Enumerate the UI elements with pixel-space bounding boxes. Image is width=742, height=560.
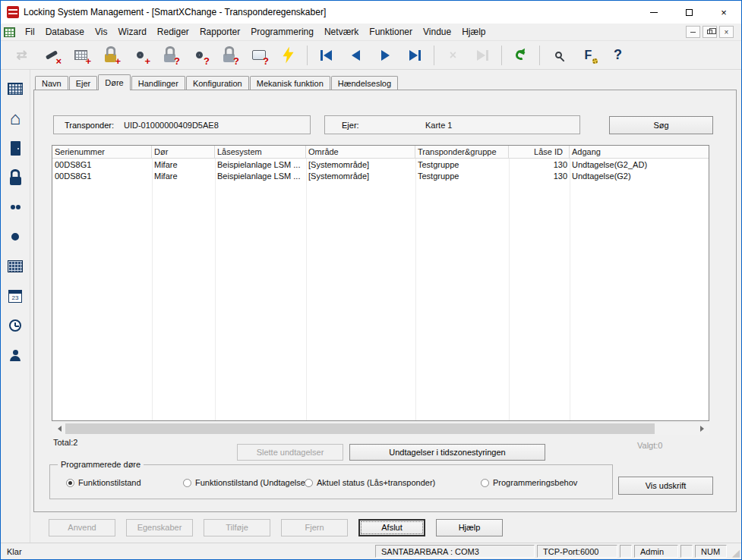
- nav-next-button[interactable]: [372, 44, 399, 67]
- cell-serienummer: 00DS8G1: [52, 171, 152, 181]
- delete-exceptions-button[interactable]: Slette undtagelser: [237, 444, 343, 461]
- radio-aktuel-status[interactable]: Aktuel status (Lås+transponder): [305, 478, 435, 487]
- tab-konfiguration[interactable]: Konfiguration: [186, 76, 249, 90]
- plus-badge-icon: +: [85, 56, 91, 66]
- home-icon: ⌂: [10, 110, 21, 127]
- app-icon[interactable]: [7, 6, 19, 18]
- horizontal-scrollbar[interactable]: [52, 423, 709, 435]
- menu-hjaelp[interactable]: Hjælp: [456, 24, 491, 39]
- menu-wizard[interactable]: Wizard: [113, 24, 152, 39]
- mdi-restore-button[interactable]: [703, 26, 717, 38]
- menu-funktioner[interactable]: Funktioner: [364, 24, 418, 39]
- search-button[interactable]: Søg: [609, 116, 713, 134]
- new-locking-system-button[interactable]: +: [68, 44, 94, 67]
- column-header-laseid[interactable]: Låse ID: [509, 146, 570, 158]
- sidebar-item-transponder-group[interactable]: [5, 197, 25, 217]
- new-lock-button[interactable]: +: [97, 44, 124, 67]
- mdi-close-button[interactable]: ×: [719, 26, 734, 38]
- column-header-lasesystem[interactable]: Låsesystem: [215, 146, 306, 158]
- column-header-transpondergruppe[interactable]: Transponder&gruppe: [415, 146, 509, 158]
- refresh-button[interactable]: [507, 44, 534, 67]
- help-button[interactable]: ?: [605, 44, 631, 67]
- scrollbar-thumb[interactable]: [65, 423, 655, 434]
- matrix-icon: [8, 83, 23, 95]
- nav-cancel-button[interactable]: ×: [440, 44, 466, 67]
- add-button[interactable]: Tilføje: [204, 519, 270, 536]
- document-system-menu-icon[interactable]: [4, 27, 15, 37]
- close-button[interactable]: ×: [706, 1, 741, 24]
- menu-rapporter[interactable]: Rapporter: [194, 24, 245, 39]
- column-header-dor[interactable]: Dør: [152, 146, 215, 158]
- read-card-button[interactable]: ?: [245, 44, 272, 67]
- exit-button[interactable]: Afslut: [358, 519, 425, 536]
- doors-table: Serienummer Dør Låsesystem Område Transp…: [52, 145, 709, 421]
- remove-button[interactable]: Fjern: [281, 519, 348, 536]
- help-footer-button[interactable]: Hjælp: [436, 519, 503, 536]
- tab-handlinger[interactable]: Handlinger: [131, 76, 185, 90]
- tab-navn[interactable]: Navn: [35, 76, 68, 90]
- search-button-toolbar[interactable]: [545, 44, 572, 67]
- tab-dore[interactable]: Døre: [98, 74, 130, 90]
- data-transfer-button[interactable]: ⇄: [8, 44, 35, 67]
- nav-end-button[interactable]: [469, 44, 496, 67]
- sidebar-item-calendar[interactable]: 23: [5, 286, 25, 306]
- program-button[interactable]: [275, 44, 302, 67]
- properties-button[interactable]: Egenskaber: [126, 519, 193, 536]
- sidebar-item-matrix[interactable]: [5, 79, 25, 99]
- menu-netvaerk[interactable]: Netværk: [319, 24, 364, 39]
- column-header-serienummer[interactable]: Serienummer: [52, 146, 152, 158]
- disconnect-reader-button[interactable]: ×: [38, 44, 65, 67]
- sidebar-item-lock[interactable]: [5, 168, 25, 187]
- menu-database[interactable]: Database: [40, 24, 90, 39]
- minimize-button[interactable]: [636, 1, 671, 24]
- radio-label: Aktuel status (Lås+transponder): [317, 478, 435, 487]
- transponder-group-icon: [11, 205, 21, 209]
- table-row[interactable]: 00DS8G1 Mifare Beispielanlage LSM ... [S…: [52, 170, 709, 181]
- scroll-left-button[interactable]: [52, 423, 64, 435]
- column-header-omrade[interactable]: Område: [306, 146, 415, 158]
- show-print-button[interactable]: Vis udskrift: [618, 477, 713, 495]
- menu-fil[interactable]: Fil: [20, 24, 40, 39]
- sidebar-item-clock[interactable]: [5, 316, 25, 335]
- mdi-restore-icon: [707, 30, 712, 34]
- scroll-right-button[interactable]: [697, 423, 709, 435]
- column-header-adgang[interactable]: Adgang: [570, 146, 709, 158]
- exceptions-timezone-button[interactable]: Undtagelser i tidszonestyringen: [349, 444, 545, 461]
- read-transponder-button[interactable]: ?: [186, 44, 213, 67]
- tab-ejer[interactable]: Ejer: [69, 76, 98, 90]
- sidebar-item-door[interactable]: [5, 138, 25, 158]
- cell-laseid: 130: [509, 171, 570, 181]
- read-lock-button[interactable]: ?: [156, 44, 183, 67]
- tab-haendelseslog[interactable]: Hændelseslog: [331, 76, 398, 90]
- menu-vindue[interactable]: Vindue: [418, 24, 456, 39]
- mdi-minimize-button[interactable]: [686, 26, 700, 38]
- radio-funktionstilstand[interactable]: Funktionstilstand: [66, 478, 141, 487]
- status-ready: Klar: [1, 547, 375, 556]
- radio-label: Funktionstilstand: [78, 478, 141, 487]
- nav-first-button[interactable]: [313, 44, 339, 67]
- cell-laseid: 130: [509, 160, 570, 169]
- radio-programmeringsbehov[interactable]: Programmeringsbehov: [481, 478, 577, 487]
- menu-vis[interactable]: Vis: [90, 24, 112, 39]
- sidebar-item-user[interactable]: [5, 345, 25, 365]
- menu-programmering[interactable]: Programmering: [245, 24, 319, 39]
- scrollbar-track[interactable]: [64, 423, 697, 435]
- filter-button[interactable]: F: [575, 44, 601, 67]
- radio-icon: [481, 479, 489, 487]
- sidebar-item-transponder[interactable]: [5, 227, 25, 247]
- sidebar-item-network[interactable]: [5, 256, 25, 276]
- read-mifare-lock-button[interactable]: ?: [216, 44, 242, 67]
- sidebar-item-home[interactable]: ⌂: [5, 109, 25, 128]
- cell-dor: Mifare: [152, 160, 215, 169]
- nav-last-button[interactable]: [402, 44, 428, 67]
- title-bar: Locking System Management - [SmartXChang…: [1, 1, 741, 24]
- tab-mekanisk-funktion[interactable]: Mekanisk funktion: [250, 76, 330, 90]
- radio-funktionstilstand-undtagelser[interactable]: Funktionstilstand (Undtagelser): [183, 478, 311, 487]
- nav-previous-button[interactable]: [343, 44, 369, 67]
- menu-rediger[interactable]: Rediger: [152, 24, 194, 39]
- resize-grip[interactable]: ◢: [729, 545, 740, 558]
- new-transponder-button[interactable]: +: [127, 44, 153, 67]
- maximize-button[interactable]: [671, 1, 706, 24]
- apply-button[interactable]: Anvend: [49, 519, 115, 536]
- table-row[interactable]: 00DS8G1 Mifare Beispielanlage LSM ... [S…: [52, 159, 709, 170]
